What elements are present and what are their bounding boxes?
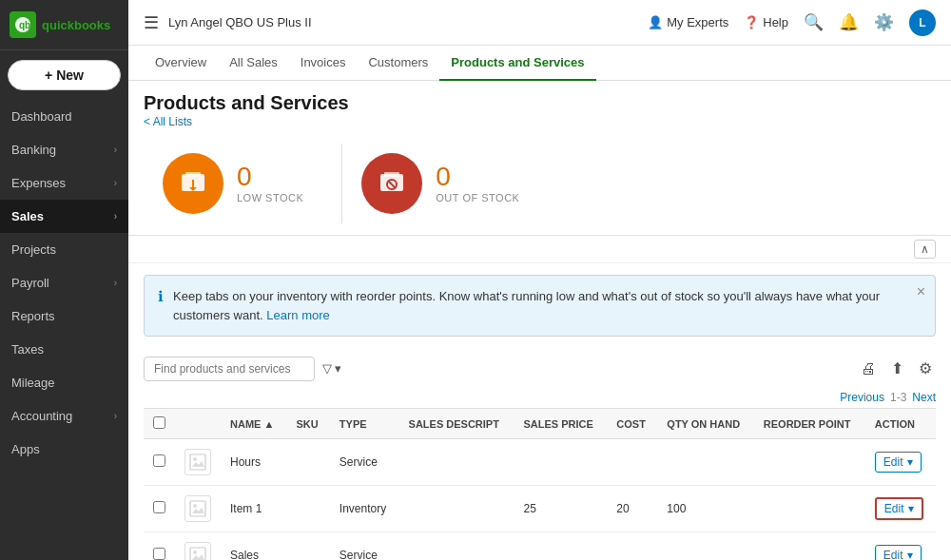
row-checkbox[interactable] [153,548,165,560]
sidebar-item-accounting[interactable]: Accounting› [0,399,128,433]
collapse-button[interactable]: ∧ [914,240,936,259]
table-toolbar: ▽ ▾ 🖨 ⬆ ⚙ [128,348,951,389]
hamburger-button[interactable]: ☰ [144,12,159,33]
chevron-icon: › [114,145,117,155]
help-button[interactable]: ❓ Help [744,15,788,29]
row-checkbox[interactable] [153,501,165,513]
all-lists-link[interactable]: All Lists [144,115,192,128]
close-banner-button[interactable]: × [917,283,925,300]
settings-table-button[interactable]: ⚙ [915,356,936,381]
svg-point-13 [193,504,197,508]
sidebar-item-label: Reports [11,309,55,323]
chevron-icon: › [114,178,117,188]
row-checkbox-cell [144,439,175,486]
cost-column-header: COST [607,409,657,439]
banner-text: Keep tabs on your inventory with reorder… [173,287,922,324]
edit-button[interactable]: Edit ▾ [875,545,922,560]
page-title: Products and Services [144,92,936,114]
notification-icon[interactable]: 🔔 [839,12,859,32]
product-reorder [754,532,865,561]
pagination-top: Previous 1-3 Next [128,389,951,408]
sidebar-item-label: Banking [11,143,56,157]
search-input[interactable] [144,357,315,381]
tab-overview[interactable]: Overview [144,46,218,81]
tab-products-services[interactable]: Products and Services [439,46,595,81]
main-area: ☰ Lyn Angel QBO US Plus II 👤 My Experts … [128,0,951,560]
tab-all-sales[interactable]: All Sales [218,46,289,81]
sidebar-item-label: Mileage [11,376,55,390]
sidebar-item-banking[interactable]: Banking› [0,133,128,166]
svg-rect-10 [190,454,205,470]
export-button[interactable]: ⬆ [887,356,907,381]
product-name: Hours [221,439,287,486]
sidebar-nav: DashboardBanking›Expenses›Sales›Projects… [0,100,128,560]
print-button[interactable]: 🖨 [857,357,880,381]
logo-icon: qb [10,11,36,38]
product-type: Service [330,532,399,561]
table-row: Sales Service Edit ▾ [144,532,936,561]
sales-price-column-header: SALES PRICE [514,409,607,439]
product-action: Edit ▾ [865,486,936,532]
product-qty: 100 [657,486,753,532]
product-type: Inventory [330,486,399,532]
svg-rect-3 [185,172,201,177]
learn-more-link[interactable]: Learn more [266,308,329,322]
new-button[interactable]: + New [8,60,121,90]
select-all-checkbox[interactable] [153,416,165,429]
svg-point-15 [193,550,197,554]
sidebar-item-payroll[interactable]: Payroll› [0,266,128,299]
page-header: Products and Services All Lists [128,81,951,132]
stats-row: 0 LOW STOCK 0 OUT OF STOCK [128,132,951,236]
table-container: NAME ▲ SKU TYPE SALES DESCRIPT SALES PRI… [128,408,951,560]
my-experts-button[interactable]: 👤 My Experts [648,15,728,29]
svg-rect-12 [190,501,205,516]
table-body: Hours Service Edit ▾ Item 1 [144,439,936,561]
out-of-stock-number: 0 [436,164,519,190]
product-action: Edit ▾ [865,532,936,561]
edit-dropdown-icon: ▾ [907,549,913,560]
svg-text:qb: qb [19,20,30,30]
sidebar-item-label: Projects [11,242,56,257]
next-link-top[interactable]: Next [912,391,936,404]
prev-link-top[interactable]: Previous [840,391,884,404]
sidebar-item-expenses[interactable]: Expenses› [0,166,128,200]
sidebar-item-sales[interactable]: Sales› [0,200,128,233]
topbar: ☰ Lyn Angel QBO US Plus II 👤 My Experts … [128,0,951,46]
select-all-header [144,409,175,439]
info-banner: ℹ Keep tabs on your inventory with reord… [144,275,936,337]
sidebar-item-taxes[interactable]: Taxes [0,333,128,366]
product-sales-price: 25 [514,486,607,532]
chevron-icon: › [114,211,117,222]
settings-icon[interactable]: ⚙️ [874,12,894,32]
product-type: Service [330,439,399,486]
filter-chevron: ▾ [335,361,341,376]
product-sales-desc [399,439,514,486]
low-stock-card: 0 LOW STOCK [144,144,342,223]
filter-button[interactable]: ▽ ▾ [322,361,341,376]
tab-customers[interactable]: Customers [357,46,439,81]
company-name: Lyn Angel QBO US Plus II [168,15,312,29]
sidebar-item-reports[interactable]: Reports [0,299,128,333]
edit-button[interactable]: Edit ▾ [875,452,922,473]
sidebar-item-apps[interactable]: Apps [0,433,128,466]
name-column-header[interactable]: NAME ▲ [221,409,287,439]
sidebar-item-mileage[interactable]: Mileage [0,366,128,399]
edit-button[interactable]: Edit ▾ [875,497,923,520]
sidebar: qb quickbooks + New DashboardBanking›Exp… [0,0,128,560]
search-icon[interactable]: 🔍 [804,12,824,32]
product-name: Item 1 [221,486,287,532]
tab-invoices[interactable]: Invoices [289,46,358,81]
sales-desc-column-header: SALES DESCRIPT [399,409,514,439]
product-name: Sales [221,532,287,561]
sidebar-item-dashboard[interactable]: Dashboard [0,100,128,133]
product-sku [287,486,330,532]
product-image-cell [175,532,221,561]
chevron-icon: › [114,278,117,288]
product-sales-price [514,439,607,486]
tabs-bar: OverviewAll SalesInvoicesCustomersProduc… [128,46,951,81]
reorder-point-column-header: REORDER POINT [754,409,865,439]
avatar[interactable]: L [909,10,936,36]
row-checkbox[interactable] [153,454,165,467]
edit-dropdown-icon: ▾ [908,502,914,515]
sidebar-item-projects[interactable]: Projects [0,233,128,266]
